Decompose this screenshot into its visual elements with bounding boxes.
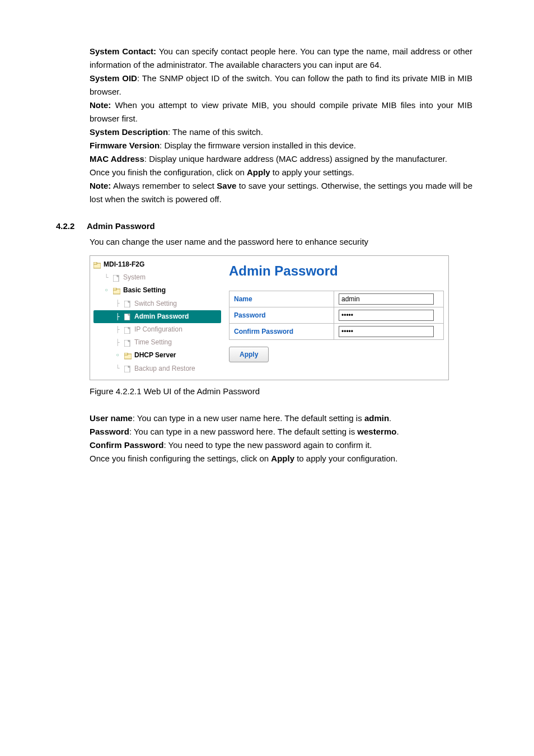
apply-config-post: to apply your configuration. [294,454,397,463]
apply-config-para: Once you finish configuring the settings… [90,452,472,465]
tree-ip-configuration[interactable]: ├ IP Configuration [93,323,221,336]
tree-adminpw-label: Admin Password [134,311,189,322]
system-description-text: : The name of this switch. [168,127,263,137]
confirm-password-row: Confirm Password [229,324,444,340]
admin-password-panel: Admin Password Name Password Confirm Pas… [224,256,448,380]
confirm-password-lead: Confirm Password [90,440,164,450]
tree-connector-icon: ├ [114,298,121,309]
file-icon [124,326,132,333]
system-oid-lead: System OID [90,73,137,83]
tree-connector-icon: └ [102,273,110,283]
note2-lead: Note: [90,181,111,190]
panel-title: Admin Password [229,260,444,282]
user-name-dot: . [389,413,391,423]
tree-ipconf-label: IP Configuration [134,324,182,335]
figure-caption: Figure 4.2.2.1 Web UI of the Admin Passw… [90,385,472,398]
tree-basic-setting[interactable]: ◦ Basic Setting [93,284,221,297]
section-heading: 4.2.2Admin Password [56,220,472,233]
nav-tree: MDI-118-F2G └ System ◦ Basic Setting ├ S… [90,256,224,380]
password-default: westermo [357,427,396,436]
name-input[interactable] [339,293,434,305]
svg-rect-10 [124,353,128,355]
system-oid-para: System OID: The SNMP object ID of the sw… [90,72,472,99]
tree-connector-icon: ├ [114,312,121,322]
system-description-lead: System Description [90,127,168,137]
tree-root-label: MDI-118-F2G [104,259,144,270]
mac-address-para: MAC Address: Display unique hardware add… [90,152,472,166]
firmware-version-para: Firmware Version: Display the firmware v… [90,139,472,152]
mac-address-lead: MAC Address [90,154,144,164]
apply-instruction-para: Once you finish the configuration, click… [90,166,472,179]
tree-time-setting[interactable]: ├ Time Setting [93,336,221,349]
apply-post: to apply your settings. [270,167,354,177]
mac-address-text: : Display unique hardware address (MAC a… [144,154,447,164]
tree-system[interactable]: └ System [93,271,221,284]
tree-dhcp-label: DHCP Server [134,350,176,361]
folder-icon [124,352,132,359]
password-row: Password [229,307,444,324]
section-number: 4.2.2 [56,220,87,233]
user-name-mid: : You can type in a new user name here. … [133,413,364,423]
tree-connector-icon: └ [114,363,121,374]
note2-para: Note: Always remember to select Save to … [90,179,472,206]
firmware-version-text: : Display the firmware version installed… [160,141,356,150]
user-name-default: admin [364,413,389,423]
tree-dhcp-server[interactable]: ◦ DHCP Server [93,349,221,362]
admin-password-screenshot: MDI-118-F2G └ System ◦ Basic Setting ├ S… [90,255,449,380]
password-para: Password: You can type in a new password… [90,425,472,438]
file-icon [124,365,132,372]
tree-backup-restore[interactable]: └ Backup and Restore [93,362,221,375]
tree-system-label: System [123,272,146,283]
password-mid: : You can type in a new password here. T… [129,427,357,436]
note1-lead: Note: [90,100,111,110]
firmware-version-lead: Firmware Version [90,141,160,150]
apply-pre: Once you finish the configuration, click… [90,167,247,177]
tree-backup-label: Backup and Restore [134,363,195,374]
svg-rect-4 [113,288,116,290]
tree-basic-label: Basic Setting [123,285,166,296]
password-label: Password [229,307,334,324]
folder-icon [113,287,120,294]
user-name-lead: User name [90,413,133,423]
note2-save: Save [217,181,236,190]
note2-mid1: Always remember to select [111,181,217,190]
tree-admin-password[interactable]: ├ Admin Password [93,310,221,323]
confirm-password-text: : You need to type the new password agai… [164,440,372,450]
password-lead: Password [90,427,129,436]
tree-root[interactable]: MDI-118-F2G [93,258,221,271]
tree-time-label: Time Setting [134,337,172,348]
password-dot: . [396,427,399,436]
tree-expander-icon: ◦ [114,351,121,361]
system-contact-lead: System Contact: [90,46,156,56]
tree-switch-label: Switch Setting [134,298,177,309]
note1-para: Note: When you attempt to view private M… [90,99,472,125]
section-title: Admin Password [87,221,155,231]
system-oid-text: : The SNMP object ID of the switch. You … [90,73,472,96]
svg-rect-1 [93,262,97,264]
confirm-password-para: Confirm Password: You need to type the n… [90,438,472,452]
apply-mid: Apply [247,167,270,177]
file-icon [124,300,132,307]
apply-config-mid: Apply [271,454,294,463]
section-intro: You can change the user name and the pas… [90,235,472,249]
system-contact-para: System Contact: You can specify contact … [90,45,472,72]
name-label: Name [229,291,334,307]
tree-connector-icon: ├ [114,325,121,335]
user-name-para: User name: You can type in a new user na… [90,412,472,425]
confirm-password-input[interactable] [339,326,434,337]
folder-icon [93,262,101,268]
file-icon [113,274,120,281]
admin-password-form: Name Password Confirm Password [229,291,444,340]
name-row: Name [229,291,444,307]
apply-button[interactable]: Apply [229,347,269,362]
system-description-para: System Description: The name of this swi… [90,125,472,139]
password-input[interactable] [339,310,434,321]
tree-switch-setting[interactable]: ├ Switch Setting [93,297,221,310]
apply-config-pre: Once you finish configuring the settings… [90,454,271,463]
note1-text: When you attempt to view private MIB, yo… [90,100,472,123]
file-icon [124,339,132,346]
tree-connector-icon: ├ [114,338,121,348]
confirm-password-label: Confirm Password [229,324,334,340]
file-icon [124,313,132,320]
tree-expander-icon: ◦ [102,286,110,296]
